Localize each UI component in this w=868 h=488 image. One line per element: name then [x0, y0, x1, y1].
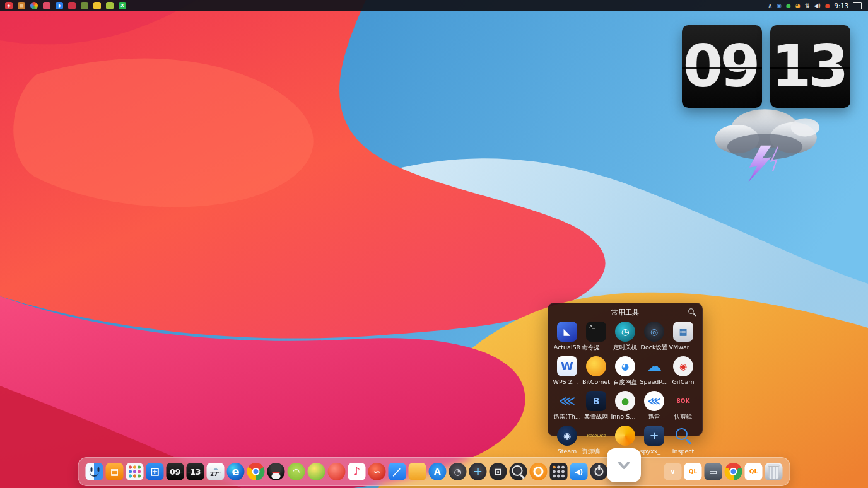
app-dock-settings[interactable]: ◎ Dock设置 — [640, 320, 669, 354]
collapse-popup-button[interactable] — [607, 448, 641, 482]
dock-icon-art: ▭ — [705, 463, 722, 480]
dock-icon-art — [267, 463, 285, 480]
app-label: Dock设置 — [641, 344, 668, 352]
record-ring-icon[interactable] — [529, 460, 548, 483]
dock-icon-text: 27° — [210, 472, 221, 477]
edge-icon[interactable]: e — [226, 460, 245, 483]
search-icon[interactable] — [688, 308, 696, 317]
app-baidu-netdisk[interactable]: ◕ 百度网盘 — [611, 354, 640, 389]
window-preview-icon[interactable]: ▭ — [704, 460, 723, 483]
app-gifcam[interactable]: ◉ GifCam — [669, 354, 698, 389]
app-label: 百度网盘 — [613, 378, 637, 386]
dock-icon-glyph: ∽ — [373, 467, 381, 476]
tray-expand-icon[interactable]: ∨ — [664, 460, 683, 483]
color-wheel-icon[interactable] — [724, 460, 743, 483]
app-inspect[interactable]: inspect — [669, 424, 698, 458]
app-cmd-prompt[interactable]: >_ 命令提示... — [582, 320, 611, 354]
editor-icon[interactable]: ／ — [388, 460, 407, 483]
shopping-basket-icon[interactable]: ▤ — [105, 460, 124, 483]
app-kuaijianji[interactable]: 8OK 快剪辑 — [669, 389, 698, 424]
finder-icon[interactable] — [85, 460, 104, 483]
green-ball-icon[interactable] — [307, 460, 326, 483]
taskbar-app-10[interactable]: X — [119, 2, 126, 9]
action-center-icon[interactable] — [853, 2, 862, 9]
app-label: SpeedPan — [640, 378, 669, 385]
music-icon[interactable]: ♪ — [348, 460, 367, 483]
app-icon-art: 8OK — [673, 391, 693, 411]
gauge-icon[interactable]: ◔ — [449, 460, 467, 483]
dock-icon-art — [308, 463, 326, 480]
screenshot-icon[interactable]: ⊡ — [489, 460, 508, 483]
trash-icon[interactable] — [765, 460, 783, 483]
dock-icon-art: ∽ — [368, 463, 386, 480]
popup-title: 常用工具 — [548, 303, 702, 317]
tray-icons: ∧ ◉ ● ◕ ⇅ ◀) ● — [768, 3, 830, 9]
app-store-icon[interactable]: A — [428, 460, 447, 483]
toolbox-icon[interactable]: + — [469, 460, 488, 483]
app-inno-setup[interactable]: ● Inno Set... — [611, 389, 640, 424]
dock-icon-art: ▤ — [106, 463, 124, 480]
flip-clock-minute-icon[interactable]: 13 — [186, 460, 205, 483]
taskbar-app-2[interactable]: ▤ — [18, 2, 25, 9]
dock-icon-art — [126, 463, 144, 480]
taskbar-app-4[interactable] — [43, 2, 50, 9]
taskbar-app-6[interactable] — [68, 2, 76, 9]
qq-icon[interactable] — [267, 460, 286, 483]
popup-app-grid: ◣ ActualSR >_ 命令提示... ◷ 定时关机 ◎ Dock设置 ▦ … — [548, 317, 702, 458]
taskbar-app-7[interactable] — [81, 2, 88, 9]
tray-network-icon[interactable]: ⇅ — [805, 3, 810, 9]
flip-clock-hour-icon[interactable]: 09 — [166, 460, 185, 483]
chrome-icon[interactable] — [247, 460, 266, 483]
taskbar-app-1[interactable]: ◈ — [5, 2, 13, 9]
power-icon[interactable] — [590, 460, 609, 483]
app-label: inspect — [672, 448, 694, 455]
taskbar-app-8[interactable] — [93, 2, 101, 9]
tray-user-icon[interactable]: ◉ — [777, 3, 782, 9]
app-icon-art: ◣ — [557, 322, 577, 342]
flip-clock-widget[interactable]: 09 13 — [682, 25, 850, 108]
app-icon-art — [586, 356, 606, 376]
app-resource-hacker[interactable]: Resource 资源编辑... — [582, 424, 611, 458]
launchpad-icon[interactable] — [126, 460, 144, 483]
app-icon-glyph: ▦ — [679, 327, 687, 336]
tray-chevron-up-icon[interactable]: ∧ — [768, 3, 773, 9]
app-battlenet[interactable]: B 暴雪战网 — [582, 389, 611, 424]
ql-player-icon[interactable]: QL — [684, 460, 703, 483]
calculator-icon[interactable] — [549, 460, 568, 483]
weather-widget-icon[interactable]: ☁27° — [206, 460, 225, 483]
dock-icon-glyph: ⊡ — [495, 467, 502, 476]
ql-player-2-icon[interactable]: QL — [744, 460, 763, 483]
tray-app-color-icon[interactable]: ◕ — [795, 3, 801, 9]
app-steam[interactable]: ◉ Steam — [553, 424, 582, 458]
dock-icon-art — [328, 463, 346, 480]
tray-app-green-icon[interactable]: ● — [786, 3, 791, 9]
app-icon-glyph: ● — [621, 397, 629, 405]
app-label: ActualSR — [554, 344, 580, 351]
app-xunlei[interactable]: ⋘ 迅雷 — [640, 389, 669, 424]
clock-time[interactable]: 9:13 — [835, 3, 848, 9]
app-icon-art: W — [557, 356, 577, 376]
taskbar-app-9[interactable] — [106, 2, 114, 9]
app-icon-glyph: 8OK — [677, 398, 690, 404]
app-bitcomet[interactable]: BitComet — [582, 354, 611, 389]
taskbar-app-5[interactable]: ◗ — [56, 2, 63, 9]
tray-volume-icon[interactable]: ◀) — [814, 3, 820, 9]
android-icon[interactable]: ◠ — [287, 460, 306, 483]
volume-icon[interactable]: ◀) — [570, 460, 589, 483]
red-swirl-icon[interactable]: ∽ — [368, 460, 387, 483]
app-wps-2019[interactable]: W WPS 2019 — [553, 354, 582, 389]
search-icon[interactable] — [509, 460, 528, 483]
folder-icon[interactable] — [408, 460, 427, 483]
app-thunder-old[interactable]: ⋘ 迅雷(Th... — [553, 389, 582, 424]
tray-ime-icon[interactable]: ● — [825, 3, 830, 9]
windows-start-icon[interactable]: ⊞ — [146, 460, 165, 483]
dock-icon-art: 13 — [187, 463, 204, 480]
app-spyxx[interactable]: + spyxx_a... — [640, 424, 669, 458]
app-vmware[interactable]: ▦ VMware... — [669, 320, 698, 354]
app-actualsr[interactable]: ◣ ActualSR — [553, 320, 582, 354]
app-icon-art: ◉ — [557, 426, 577, 446]
app-speedpan[interactable]: ☁ SpeedPan — [640, 354, 669, 389]
app-shutdown-timer[interactable]: ◷ 定时关机 — [611, 320, 640, 354]
red-ball-icon[interactable] — [327, 460, 346, 483]
taskbar-app-3[interactable] — [30, 2, 38, 9]
